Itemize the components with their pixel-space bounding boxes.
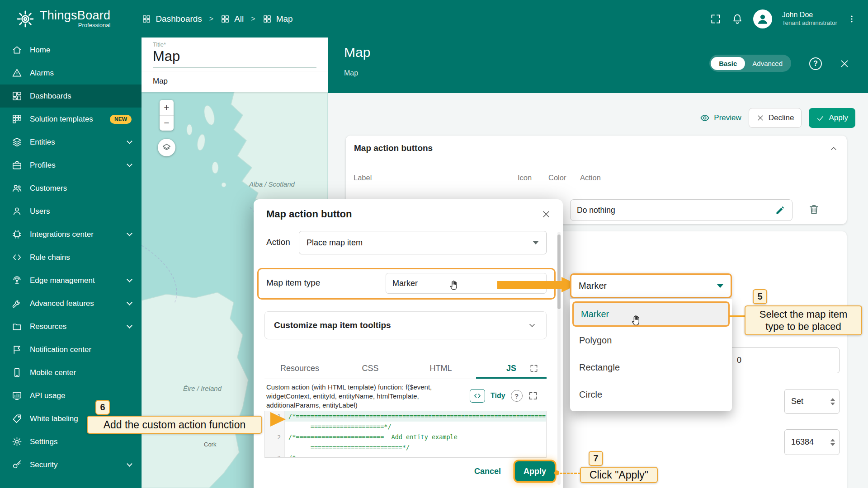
number-value: 16384 <box>791 437 814 447</box>
sidebar-item-edge-management[interactable]: Edge management <box>0 269 142 292</box>
stepper-arrows[interactable] <box>830 398 835 405</box>
breadcrumb-label: All <box>234 14 244 24</box>
tab-html[interactable]: HTML <box>406 358 476 379</box>
dropdown-option-circle[interactable]: Circle <box>570 381 732 408</box>
breadcrumb-item-map[interactable]: Map <box>263 14 293 24</box>
sidebar-item-notification-center[interactable]: Notification center <box>0 338 142 361</box>
dialog-apply-button[interactable]: Apply <box>515 461 555 481</box>
user-name: John Doe <box>782 10 837 19</box>
stepper-arrows[interactable] <box>830 439 835 446</box>
basic-advanced-toggle[interactable]: Basic Advanced <box>709 55 791 72</box>
dropdown-option-rectangle[interactable]: Rectangle <box>570 354 732 381</box>
sidebar-item-label: Alarms <box>30 69 132 78</box>
widget-title-input[interactable]: Map <box>153 48 180 65</box>
customize-tooltips-panel[interactable]: Customize map item tooltips <box>264 311 547 339</box>
map-place-label: Éire / Ireland <box>183 385 222 392</box>
scrollbar-thumb[interactable] <box>557 235 561 309</box>
fullscreen-icon[interactable] <box>710 13 722 25</box>
sidebar-item-dashboards[interactable]: Dashboards <box>0 84 142 108</box>
action-value-field[interactable]: Do nothing <box>570 199 793 221</box>
sidebar-item-rule-chains[interactable]: Rule chains <box>0 246 142 269</box>
dialog-scrollbar[interactable] <box>557 232 561 485</box>
zoom-in-button[interactable]: + <box>160 100 174 116</box>
decline-button[interactable]: Decline <box>749 108 802 128</box>
section-title: Map action buttons <box>354 143 433 153</box>
map-layers-button[interactable] <box>158 139 175 156</box>
sidebar-item-security[interactable]: Security <box>0 453 142 476</box>
dialog-cancel-button[interactable]: Cancel <box>474 461 501 481</box>
map-place-label: Cork <box>204 441 216 448</box>
sidebar-item-solution-templates[interactable]: Solution templatesNEW <box>0 108 142 131</box>
home-icon <box>12 45 22 55</box>
panel-action-row: Preview Decline Apply <box>700 108 855 128</box>
map-item-type-dropdown-trigger[interactable]: Marker <box>570 273 732 298</box>
action-select[interactable]: Place map item <box>299 231 547 254</box>
dialog-close-icon[interactable] <box>541 209 551 219</box>
settings-icon <box>12 436 22 447</box>
notifications-bell-icon[interactable] <box>731 13 743 25</box>
sidebar-item-label: Customers <box>30 184 132 193</box>
sidebar-item-label: Edge management <box>30 276 120 285</box>
tab-css[interactable]: CSS <box>335 358 406 379</box>
apply-button[interactable]: Apply <box>809 108 855 128</box>
help-circle-button[interactable]: ? <box>511 390 523 402</box>
toggle-advanced[interactable]: Advanced <box>745 57 790 70</box>
sidebar-item-mobile-center[interactable]: Mobile center <box>0 361 142 384</box>
collapse-section-icon[interactable] <box>829 144 839 154</box>
tab-resources[interactable]: Resources <box>264 358 335 379</box>
widget-title: Map <box>153 77 168 86</box>
dropdown-option-polygon[interactable]: Polygon <box>570 327 732 354</box>
sidebar-item-integrations-center[interactable]: Integrations center <box>0 223 142 246</box>
step-5-callout: Select the map item type to be placed <box>745 305 862 335</box>
sidebar-item-home[interactable]: Home <box>0 38 142 61</box>
dropdown-option-marker[interactable]: Marker <box>572 301 730 327</box>
help-button[interactable]: ? <box>809 57 822 70</box>
sidebar-item-api-usage[interactable]: API usage <box>0 384 142 407</box>
preview-button[interactable]: Preview <box>700 113 741 123</box>
code-button[interactable] <box>470 389 485 403</box>
avatar[interactable] <box>753 9 772 28</box>
sidebar-item-alarms[interactable]: Alarms <box>0 61 142 84</box>
close-icon <box>756 114 764 122</box>
action-value: Do nothing <box>577 206 615 215</box>
close-panel-icon[interactable] <box>839 58 850 69</box>
number-stepper-field[interactable]: 16384 <box>784 429 840 455</box>
editor-fullscreen-icon[interactable] <box>528 391 538 401</box>
editor-line-number: 2 <box>265 432 284 442</box>
editor-line-number: 3 <box>265 453 284 458</box>
step-7-connector <box>560 473 580 474</box>
breadcrumb-item-dashboards[interactable]: Dashboards <box>142 14 202 24</box>
expand-tab-icon[interactable] <box>529 364 538 373</box>
editor-line-number <box>265 442 284 453</box>
tidy-button[interactable]: Tidy <box>491 392 505 400</box>
sidebar-item-profiles[interactable]: Profiles <box>0 154 142 177</box>
js-code-editor[interactable]: 123 /*==================================… <box>264 411 547 458</box>
breadcrumb-item-all[interactable]: All <box>221 14 244 24</box>
editor-code-line: /*======================================… <box>285 411 546 422</box>
toggle-basic[interactable]: Basic <box>711 57 745 70</box>
user-role: Tenant administrator <box>782 19 837 27</box>
kebab-menu-icon[interactable] <box>847 13 856 25</box>
widget-title-field-label: Title* <box>153 41 166 48</box>
dropdown-option-label: Rectangle <box>579 362 620 373</box>
editor-code-line: =========================*/ <box>285 442 546 453</box>
sidebar-item-label: Integrations center <box>30 230 120 239</box>
zoom-out-button[interactable]: − <box>160 116 174 131</box>
edge-management-icon <box>12 275 22 286</box>
sidebar-item-advanced-features[interactable]: Advanced features <box>0 292 142 315</box>
sidebar-item-users[interactable]: Users <box>0 200 142 223</box>
solution-templates-icon <box>12 114 22 124</box>
set-stepper-field[interactable]: Set <box>784 389 840 414</box>
step-7-badge: 7 <box>589 451 603 466</box>
dropdown-option-label: Marker <box>581 309 609 319</box>
step-6-badge: 6 <box>95 400 110 415</box>
sidebar-item-entities[interactable]: Entities <box>0 131 142 154</box>
sidebar-item-customers[interactable]: Customers <box>0 177 142 200</box>
sidebar-item-resources[interactable]: Resources <box>0 315 142 338</box>
edit-pencil-icon[interactable] <box>775 205 786 216</box>
set-value: Set <box>791 397 803 406</box>
delete-trash-icon[interactable] <box>808 203 820 216</box>
brand-subtitle: Professional <box>40 22 110 28</box>
users-icon <box>12 206 22 216</box>
map-action-button-dialog: Map action button Action Place map item … <box>254 199 563 488</box>
